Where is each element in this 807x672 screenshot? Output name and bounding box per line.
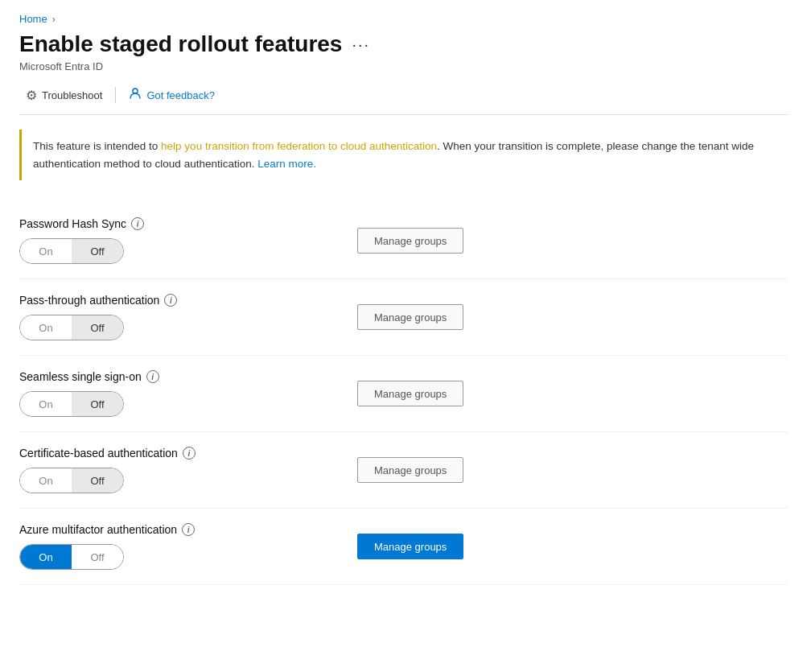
toolbar: ⚙ Troubleshoot Got feedback? — [19, 84, 788, 115]
toolbar-divider — [115, 87, 116, 103]
feature-left-pass-through-auth: Pass-through authentication i On Off — [19, 294, 357, 340]
feature-row-pass-through-auth: Pass-through authentication i On Off Man… — [19, 279, 788, 356]
info-banner: This feature is intended to help you tra… — [19, 130, 788, 180]
feedback-button[interactable]: Got feedback? — [122, 84, 221, 106]
info-icon-seamless-sso[interactable]: i — [146, 370, 159, 383]
troubleshoot-label: Troubleshoot — [42, 89, 102, 101]
toggle-off-cert-based-auth[interactable]: Off — [72, 468, 123, 493]
wrench-icon: ⚙ — [26, 88, 37, 103]
page-title: Enable staged rollout features — [19, 31, 342, 57]
breadcrumb-home[interactable]: Home — [19, 13, 47, 25]
info-icon-pass-through-auth[interactable]: i — [164, 294, 177, 307]
banner-text-1: This feature is intended to — [33, 140, 161, 152]
toggle-off-password-hash-sync[interactable]: Off — [72, 239, 123, 263]
feature-left-password-hash-sync: Password Hash Sync i On Off — [19, 217, 357, 264]
toggle-on-azure-mfa[interactable]: On — [20, 545, 72, 569]
info-icon-password-hash-sync[interactable]: i — [131, 217, 144, 230]
feature-label-row-pass-through-auth: Pass-through authentication i — [19, 294, 357, 307]
toggle-group-seamless-sso: On Off — [19, 391, 124, 417]
toggle-group-pass-through-auth: On Off — [19, 315, 124, 340]
svg-point-0 — [133, 89, 138, 93]
manage-groups-button-azure-mfa[interactable]: Manage groups — [357, 534, 463, 559]
toggle-group-password-hash-sync: On Off — [19, 238, 124, 264]
info-icon-cert-based-auth[interactable]: i — [183, 447, 196, 460]
info-icon-azure-mfa[interactable]: i — [182, 523, 195, 536]
banner-highlight: help you transition from federation to c… — [161, 140, 437, 152]
feature-left-azure-mfa: Azure multifactor authentication i On Of… — [19, 523, 357, 570]
breadcrumb-chevron-icon: › — [52, 14, 56, 25]
feature-row-seamless-sso: Seamless single sign-on i On Off Manage … — [19, 356, 788, 432]
manage-groups-button-seamless-sso[interactable]: Manage groups — [357, 381, 463, 406]
breadcrumb: Home › — [19, 13, 788, 25]
manage-groups-button-cert-based-auth[interactable]: Manage groups — [357, 457, 463, 483]
feature-label-pass-through-auth: Pass-through authentication — [19, 294, 159, 307]
manage-groups-button-password-hash-sync[interactable]: Manage groups — [357, 228, 463, 254]
feature-row-password-hash-sync: Password Hash Sync i On Off Manage group… — [19, 203, 788, 279]
toggle-on-pass-through-auth[interactable]: On — [20, 315, 72, 340]
feedback-label: Got feedback? — [146, 89, 215, 101]
toggle-on-cert-based-auth[interactable]: On — [20, 468, 72, 493]
feature-row-cert-based-auth: Certificate-based authentication i On Of… — [19, 432, 788, 509]
feature-label-row-seamless-sso: Seamless single sign-on i — [19, 370, 357, 383]
toggle-on-seamless-sso[interactable]: On — [20, 392, 72, 416]
feature-label-cert-based-auth: Certificate-based authentication — [19, 447, 178, 460]
more-options-button[interactable]: ··· — [352, 35, 370, 54]
feature-left-seamless-sso: Seamless single sign-on i On Off — [19, 370, 357, 417]
feature-label-row-cert-based-auth: Certificate-based authentication i — [19, 447, 357, 460]
toggle-off-pass-through-auth[interactable]: Off — [72, 315, 123, 340]
feedback-icon — [129, 87, 142, 103]
feature-label-seamless-sso: Seamless single sign-on — [19, 370, 142, 383]
page-title-row: Enable staged rollout features ··· — [19, 31, 788, 57]
feature-left-cert-based-auth: Certificate-based authentication i On Of… — [19, 447, 357, 493]
toggle-off-azure-mfa[interactable]: Off — [72, 545, 123, 569]
feature-label-azure-mfa: Azure multifactor authentication — [19, 523, 177, 536]
toggle-off-seamless-sso[interactable]: Off — [72, 392, 123, 416]
feature-label-row-password-hash-sync: Password Hash Sync i — [19, 217, 357, 230]
feature-list: Password Hash Sync i On Off Manage group… — [19, 203, 788, 585]
learn-more-link[interactable]: Learn more. — [257, 158, 316, 170]
manage-groups-button-pass-through-auth[interactable]: Manage groups — [357, 304, 463, 330]
toggle-group-cert-based-auth: On Off — [19, 468, 124, 493]
feature-row-azure-mfa: Azure multifactor authentication i On Of… — [19, 509, 788, 585]
feature-label-row-azure-mfa: Azure multifactor authentication i — [19, 523, 357, 536]
feature-label-password-hash-sync: Password Hash Sync — [19, 217, 126, 230]
toggle-group-azure-mfa: On Off — [19, 544, 124, 570]
page-subtitle: Microsoft Entra ID — [19, 60, 788, 72]
toggle-on-password-hash-sync[interactable]: On — [20, 239, 72, 263]
troubleshoot-button[interactable]: ⚙ Troubleshoot — [19, 85, 109, 106]
